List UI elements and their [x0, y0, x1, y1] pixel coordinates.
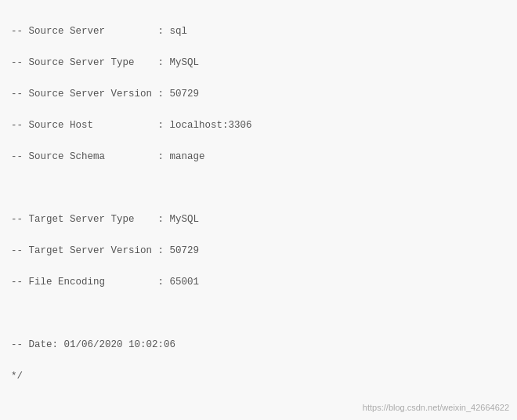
line-source-schema: -- Source Schema : manage [11, 149, 506, 165]
line-target-type: -- Target Server Type : MySQL [11, 212, 506, 227]
line-source-host: -- Source Host : localhost:3306 [11, 118, 506, 133]
line-source-server-type: -- Source Server Type : MySQL [11, 55, 506, 71]
line-date: -- Date: 01/06/2020 10:02:06 [11, 337, 506, 353]
line-target-version: -- Target Server Version : 50729 [11, 243, 506, 259]
line-empty1 [11, 180, 506, 196]
line-empty2 [11, 306, 506, 321]
sql-dump-content: -- Source Server : sql -- Source Server … [11, 8, 506, 420]
line-end-comment: */ [11, 368, 506, 384]
line-source-server: -- Source Server : sql [11, 24, 506, 39]
watermark: https://blog.csdn.net/weixin_42664622 [363, 403, 509, 412]
line-source-server-version: -- Source Server Version : 50729 [11, 86, 506, 102]
line-file-encoding: -- File Encoding : 65001 [11, 274, 506, 290]
